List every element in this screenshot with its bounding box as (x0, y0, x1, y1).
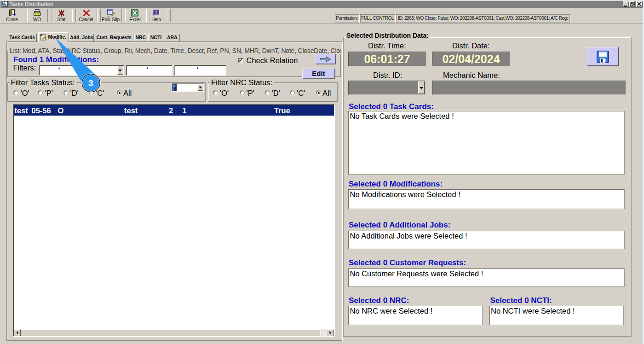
svg-text:3: 3 (88, 78, 93, 88)
svg-text:?: ? (155, 10, 157, 15)
